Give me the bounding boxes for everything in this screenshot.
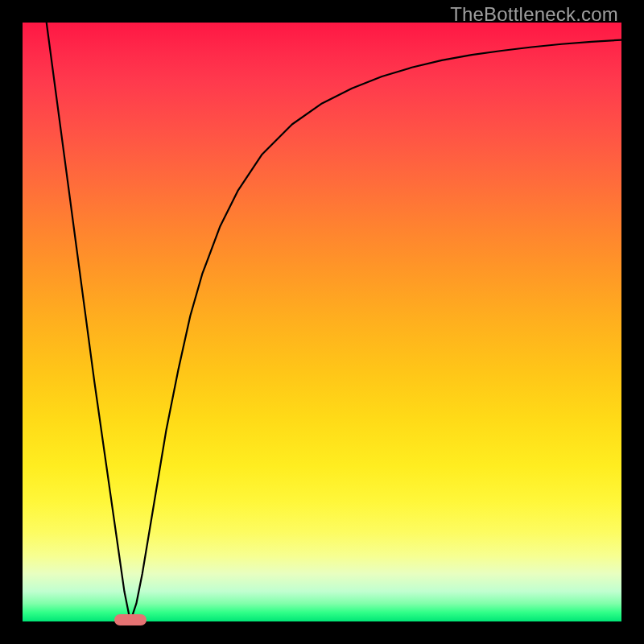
chart-frame — [23, 23, 621, 621]
optimal-marker — [114, 614, 147, 625]
plot-area — [23, 23, 621, 621]
attribution-text: TheBottleneck.com — [450, 3, 618, 26]
bottleneck-curve — [23, 23, 621, 621]
